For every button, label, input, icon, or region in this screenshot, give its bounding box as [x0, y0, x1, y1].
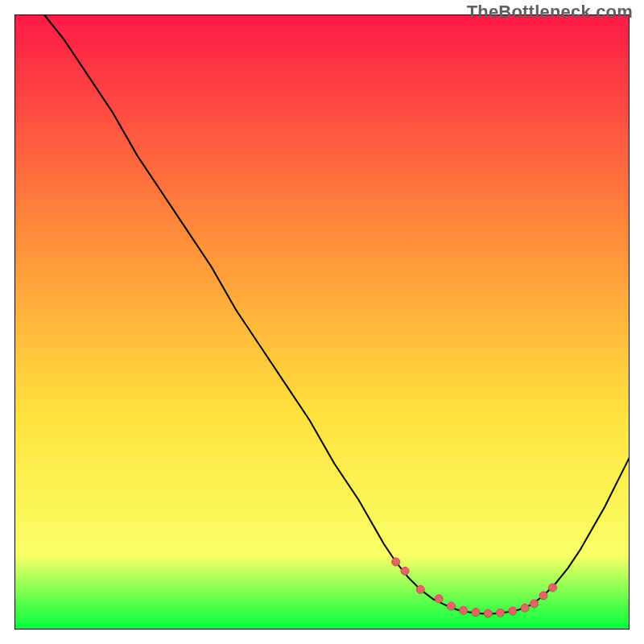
optimal-dot: [401, 567, 409, 575]
optimal-dot: [447, 602, 455, 610]
optimal-dot: [392, 558, 400, 566]
gradient-background: [14, 14, 630, 630]
optimal-dot: [435, 595, 443, 603]
chart-svg: [14, 14, 630, 630]
optimal-dot: [497, 609, 505, 617]
optimal-dot: [484, 609, 492, 617]
optimal-dot: [509, 607, 517, 615]
optimal-dot: [472, 609, 480, 617]
watermark-text: TheBottleneck.com: [467, 2, 633, 23]
optimal-dot: [460, 606, 468, 614]
plot-area: [14, 14, 630, 630]
optimal-dot: [530, 600, 539, 608]
optimal-dot: [416, 585, 424, 593]
optimal-dot: [539, 592, 547, 600]
optimal-dot: [549, 584, 557, 592]
optimal-dot: [521, 604, 529, 612]
bottleneck-chart: TheBottleneck.com: [0, 0, 644, 644]
